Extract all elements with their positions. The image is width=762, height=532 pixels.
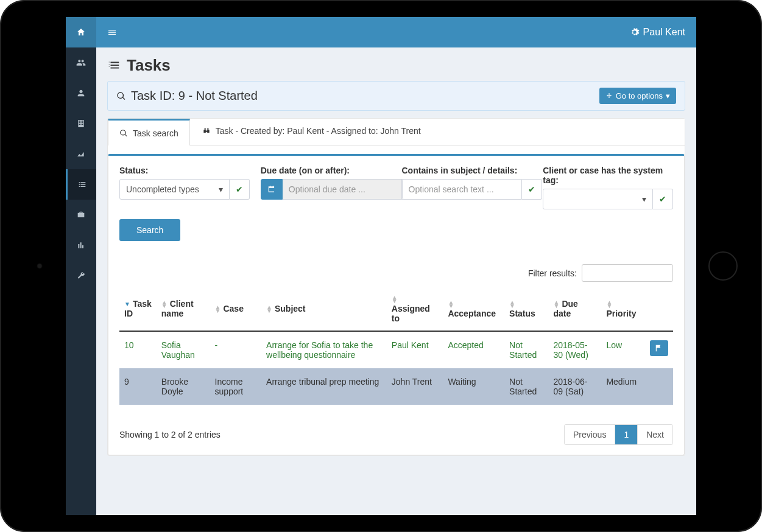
cell-priority: Low (601, 331, 645, 368)
sort-icon: ▲▼ (448, 301, 456, 308)
tab-label: Task - Created by: Paul Kent - Assigned … (216, 126, 421, 136)
sort-icon: ▲▼ (509, 301, 518, 308)
search-button[interactable]: Search (119, 219, 180, 241)
sidebar-item-tools[interactable] (66, 261, 96, 291)
cell-due: 2018-05-30 (Wed) (548, 331, 601, 368)
col-subject[interactable]: ▲▼Subject (261, 287, 387, 331)
chevron-down-icon: ▾ (638, 194, 646, 204)
pager-page-1[interactable]: 1 (615, 425, 637, 444)
tag-label: Client or case has the system tag: (543, 166, 673, 185)
filter-results-input[interactable] (582, 264, 673, 282)
flag-button[interactable] (650, 340, 668, 356)
check-icon: ✔ (659, 194, 666, 204)
contains-input[interactable] (402, 179, 522, 200)
user-menu[interactable]: Paul Kent (630, 27, 685, 38)
sidebar-home[interactable] (66, 17, 96, 47)
showing-text: Showing 1 to 2 of 2 entries (119, 430, 220, 439)
ordered-list-icon (107, 59, 121, 72)
sidebar-item-building[interactable] (66, 108, 96, 139)
cell-task-id: 9 (119, 368, 157, 405)
hamburger-icon[interactable] (107, 27, 117, 37)
contains-label: Contains in subject / details: (402, 166, 532, 175)
due-label: Due date (on or after): (261, 166, 391, 175)
tag-confirm[interactable]: ✔ (653, 189, 673, 209)
caret-down-icon: ▾ (666, 91, 670, 100)
sort-icon: ▲▼ (553, 301, 562, 308)
sidebar-item-tasks[interactable] (66, 169, 96, 200)
tab-task-search[interactable]: Task search (108, 119, 190, 145)
col-priority[interactable]: ▲▼Priority (601, 287, 645, 331)
check-icon: ✔ (528, 184, 535, 194)
search-icon (116, 91, 126, 101)
tag-select[interactable]: ▾ ✔ (543, 189, 673, 209)
content-area: Tasks Task ID: 9 - Not Started Go to opt… (96, 47, 696, 464)
tasks-table: ▼Task ID ▲▼Client name ▲▼Case ▲▼Subject … (119, 287, 673, 405)
list-icon (77, 180, 87, 189)
cell-case: Income support (210, 368, 262, 405)
calendar-button[interactable] (261, 179, 283, 200)
sidebar-item-people[interactable] (66, 47, 96, 78)
col-case[interactable]: ▲▼Case (210, 287, 262, 331)
col-client-name[interactable]: ▲▼Client name (157, 287, 210, 331)
cell-case: - (210, 331, 262, 368)
tab-task-details[interactable]: Task - Created by: Paul Kent - Assigned … (191, 119, 432, 145)
pager-next[interactable]: Next (637, 425, 672, 444)
status-label: Status: (119, 166, 250, 175)
sort-icon: ▲▼ (215, 306, 224, 313)
contains-confirm[interactable]: ✔ (522, 179, 542, 200)
topbar: Paul Kent (96, 17, 696, 47)
cell-acceptance: Waiting (443, 368, 504, 405)
cell-status: Not Started (504, 368, 548, 405)
page-title-text: Tasks (127, 56, 171, 75)
people-icon (76, 58, 86, 68)
table-row[interactable]: 10 Sofia Vaughan - Arrange for Sofia to … (119, 331, 673, 368)
cell-client: Sofia Vaughan (157, 331, 210, 368)
move-icon (605, 93, 613, 100)
sidebar-item-barchart[interactable] (66, 230, 96, 261)
building-icon (76, 119, 86, 128)
table-row[interactable]: 9 Brooke Doyle Income support Arrange tr… (119, 368, 673, 405)
col-assigned-to[interactable]: ▲▼Assigned to (387, 287, 443, 331)
cell-subject: Arrange tribunal prep meeting (261, 368, 387, 405)
sidebar-item-chart[interactable] (66, 139, 96, 169)
go-to-options-label: Go to options (616, 91, 663, 100)
wrench-icon (76, 271, 86, 281)
col-acceptance[interactable]: ▲▼Acceptance (443, 287, 504, 331)
check-icon: ✔ (236, 184, 243, 194)
sort-icon: ▲▼ (266, 306, 275, 313)
col-due-date[interactable]: ▲▼Due date (548, 287, 601, 331)
user-icon (76, 88, 86, 98)
sidebar-item-briefcase[interactable] (66, 200, 96, 230)
pager: Previous 1 Next (564, 424, 673, 445)
cell-client: Brooke Doyle (157, 368, 210, 405)
tab-label: Task search (133, 128, 178, 138)
cell-task-id: 10 (119, 331, 157, 368)
tabs: Task search Task - Created by: Paul Kent… (108, 119, 685, 145)
chevron-down-icon: ▾ (215, 184, 223, 194)
sidebar-item-user[interactable] (66, 78, 96, 108)
go-to-options-button[interactable]: Go to options ▾ (599, 88, 676, 104)
calendar-icon (267, 185, 276, 194)
due-date-input[interactable] (283, 179, 402, 200)
cell-assigned: John Trent (387, 368, 443, 405)
cell-subject: Arrange for Sofia to take the wellbeing … (261, 331, 387, 368)
binoculars-icon (202, 127, 211, 135)
cell-acceptance: Accepted (443, 331, 504, 368)
app-screen: Paul Kent Tasks Task ID: 9 - Not Started… (66, 17, 696, 515)
sort-icon: ▲▼ (161, 301, 170, 308)
search-card: Status: Uncompleted types ▾ ✔ (108, 154, 685, 455)
home-icon (76, 27, 86, 37)
col-status[interactable]: ▲▼Status (504, 287, 548, 331)
pager-prev[interactable]: Previous (565, 425, 615, 444)
page-title: Tasks (107, 56, 685, 75)
cell-status: Not Started (504, 331, 548, 368)
user-name: Paul Kent (643, 27, 685, 38)
main: Paul Kent Tasks Task ID: 9 - Not Started… (96, 17, 696, 515)
status-confirm[interactable]: ✔ (230, 179, 250, 200)
status-select[interactable]: Uncompleted types ▾ ✔ (119, 179, 250, 200)
col-task-id[interactable]: ▼Task ID (119, 287, 157, 331)
area-chart-icon (76, 149, 86, 159)
search-icon (119, 129, 128, 138)
cell-due: 2018-06-09 (Sat) (548, 368, 601, 405)
sort-icon: ▲▼ (392, 296, 400, 303)
